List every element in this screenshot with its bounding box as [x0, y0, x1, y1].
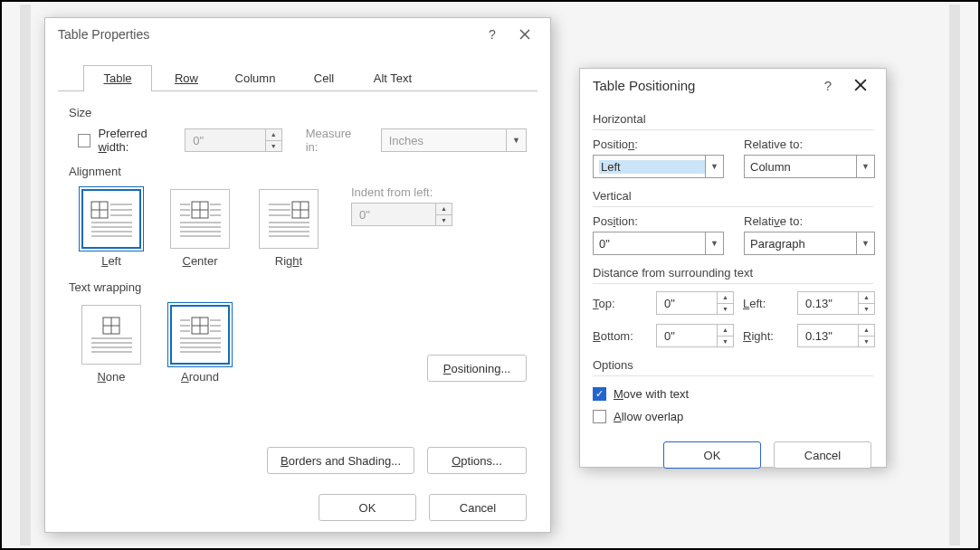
- ok-button[interactable]: OK: [663, 441, 761, 469]
- wrap-around-option[interactable]: AroundAround: [167, 305, 233, 384]
- options-button[interactable]: Options...: [427, 447, 527, 474]
- measure-in-label: Measure in:: [306, 127, 365, 154]
- size-label: Size: [69, 106, 527, 119]
- measure-in-combo[interactable]: Inches ▼: [381, 128, 527, 152]
- alignment-left-option[interactable]: LeftLeft: [78, 189, 145, 268]
- align-center-icon: [177, 199, 223, 239]
- spin-down[interactable]: ▼: [718, 337, 733, 347]
- tab-row[interactable]: Row: [152, 65, 221, 91]
- ok-button[interactable]: OK: [319, 494, 416, 521]
- dist-top-label: Top:: [593, 297, 647, 310]
- move-with-text-label: Move with text: [614, 387, 689, 401]
- dist-bottom-label: Bottom:: [593, 329, 647, 343]
- horizontal-label: Horizontal: [593, 112, 873, 129]
- spin-up[interactable]: ▲: [859, 325, 874, 337]
- spin-down[interactable]: ▼: [436, 215, 452, 226]
- vert-relative-label: Relative to:: [744, 214, 875, 228]
- spin-up[interactable]: ▲: [718, 325, 733, 337]
- positioning-button[interactable]: Positioning...: [427, 355, 527, 382]
- vertical-label: Vertical: [593, 189, 873, 206]
- spin-down[interactable]: ▼: [859, 304, 874, 315]
- cancel-button[interactable]: Cancel: [429, 494, 527, 521]
- borders-shading-button[interactable]: Borders and Shading...: [267, 447, 414, 474]
- dist-left-input[interactable]: 0.13"▲▼: [797, 291, 875, 315]
- alignment-right-option[interactable]: RightRight: [255, 189, 322, 268]
- wrap-none-option[interactable]: NoneNone: [78, 305, 145, 384]
- table-properties-tabs: Table Row Column Cell Alt Text: [58, 65, 538, 91]
- wrap-none-icon: [89, 315, 134, 355]
- preferred-width-checkbox[interactable]: [78, 134, 90, 147]
- tab-cell[interactable]: Cell: [290, 65, 358, 91]
- chevron-down-icon: ▼: [705, 156, 723, 177]
- distance-label: Distance from surrounding text: [593, 266, 873, 283]
- close-icon: [519, 29, 530, 40]
- dist-right-input[interactable]: 0.13"▲▼: [797, 324, 875, 347]
- indent-input[interactable]: 0" ▲▼: [351, 203, 452, 226]
- allow-overlap-label: Allow overlap: [614, 410, 683, 423]
- align-left-icon: [89, 199, 134, 239]
- positioning-titlebar: Table Positioning ?: [580, 69, 886, 101]
- help-button[interactable]: ?: [812, 72, 844, 98]
- text-wrapping-label: Text wrapping: [69, 280, 527, 294]
- dist-top-input[interactable]: 0"▲▼: [656, 291, 734, 315]
- wrap-around-icon: [177, 315, 223, 355]
- vert-relative-combo[interactable]: Paragraph ▼: [744, 232, 875, 255]
- spin-up[interactable]: ▲: [266, 129, 281, 141]
- tab-table[interactable]: Table: [83, 65, 152, 91]
- horiz-relative-combo[interactable]: Column ▼: [744, 155, 875, 178]
- close-button[interactable]: [509, 22, 541, 47]
- vert-position-combo[interactable]: 0" ▼: [593, 232, 724, 255]
- dist-bottom-input[interactable]: 0"▲▼: [656, 324, 734, 347]
- horiz-position-combo[interactable]: Left ▼: [593, 155, 724, 178]
- indent-label: Indent from left:: [351, 185, 452, 199]
- spin-up[interactable]: ▲: [436, 204, 452, 215]
- alignment-label: Alignment: [69, 165, 527, 178]
- horiz-position-label: Position:: [593, 138, 724, 151]
- dist-left-label: Left:: [743, 297, 788, 310]
- options-label: Options: [593, 358, 873, 375]
- positioning-title: Table Positioning: [593, 78, 812, 93]
- spin-down[interactable]: ▼: [266, 141, 281, 152]
- preferred-width-label: Preferred width:: [98, 127, 177, 154]
- chevron-down-icon: ▼: [506, 129, 526, 151]
- vert-position-label: Position:: [593, 214, 724, 228]
- dist-right-label: Right:: [743, 329, 788, 343]
- alignment-center-option[interactable]: CenterCenter: [167, 189, 233, 268]
- help-button[interactable]: ?: [476, 22, 509, 47]
- chevron-down-icon: ▼: [856, 156, 874, 177]
- table-properties-dialog: Table Properties ? Table Row Column Cell…: [44, 17, 551, 533]
- horiz-relative-label: Relative to:: [744, 138, 875, 151]
- table-positioning-dialog: Table Positioning ? Horizontal Position:…: [579, 68, 887, 468]
- allow-overlap-checkbox[interactable]: [593, 410, 606, 423]
- table-properties-titlebar: Table Properties ?: [45, 18, 550, 51]
- chevron-down-icon: ▼: [705, 232, 723, 254]
- move-with-text-checkbox[interactable]: [593, 387, 606, 401]
- chevron-down-icon: ▼: [856, 232, 874, 254]
- close-icon: [854, 79, 867, 91]
- close-button[interactable]: [844, 72, 877, 98]
- spin-up[interactable]: ▲: [859, 292, 874, 304]
- spin-up[interactable]: ▲: [718, 292, 733, 304]
- tab-alttext[interactable]: Alt Text: [358, 65, 427, 91]
- tab-column[interactable]: Column: [221, 65, 290, 91]
- preferred-width-input[interactable]: 0" ▲▼: [185, 128, 281, 152]
- spin-down[interactable]: ▼: [859, 337, 874, 347]
- spin-down[interactable]: ▼: [718, 304, 733, 315]
- align-right-icon: [266, 199, 311, 239]
- table-properties-title: Table Properties: [58, 27, 476, 42]
- cancel-button[interactable]: Cancel: [774, 441, 871, 469]
